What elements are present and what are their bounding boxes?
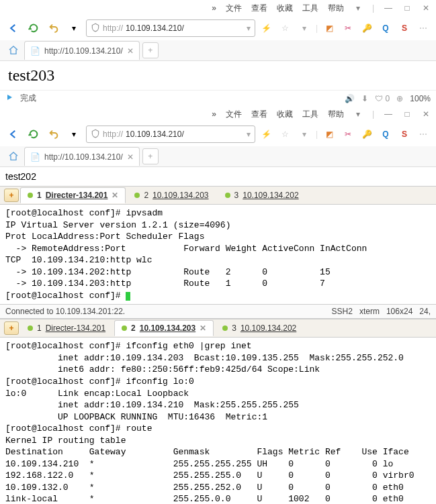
reload-button[interactable] [26, 20, 42, 36]
menu-file[interactable]: 文件 [226, 3, 242, 14]
menu-file[interactable]: 文件 [226, 109, 242, 120]
addr-dropdown-icon[interactable]: ▾ [247, 130, 251, 139]
menu-bar: » 文件 查看 收藏 工具 帮助 ▾ | — □ ✕ [0, 0, 436, 16]
status-connection: Connected to 10.109.134.201:22. [5, 307, 125, 316]
back-button[interactable] [5, 126, 21, 142]
more-icon[interactable]: ⋯ [416, 21, 431, 36]
browser-window-1: » 文件 查看 收藏 工具 帮助 ▾ | — □ ✕ ▾ http://10.1… [0, 0, 436, 61]
menu-fav[interactable]: 收藏 [277, 3, 293, 14]
url-input[interactable] [187, 130, 244, 140]
terminal-tab-1[interactable]: 1Directer-134.201 [20, 320, 113, 336]
url-input[interactable] [187, 23, 244, 34]
tab-close-icon[interactable]: ✕ [127, 46, 134, 56]
maximize-icon[interactable]: □ [402, 3, 412, 13]
nav-dropdown-icon[interactable]: ▾ [66, 126, 82, 142]
menu-chevrons[interactable]: » [212, 109, 216, 119]
shield-status-icon[interactable]: 🛡 0 [375, 94, 390, 103]
minimize-icon[interactable]: — [384, 109, 393, 119]
tab-num: 2 [144, 191, 148, 200]
nav-dropdown-icon[interactable]: ▾ [66, 20, 82, 36]
s-icon[interactable]: S [397, 127, 412, 142]
tool-dropdown-icon[interactable]: ▾ [297, 21, 312, 36]
menu-tools[interactable]: 工具 [302, 3, 318, 14]
status-bar: 完成 🔊 ⬇ 🛡 0 ⊕ 100% [0, 90, 436, 106]
q-icon[interactable]: Q [378, 21, 393, 36]
menu-help[interactable]: 帮助 [328, 3, 344, 14]
address-bar[interactable]: http://10.109.134.210/ ▾ [86, 125, 255, 143]
close-icon[interactable]: ✕ [421, 109, 431, 119]
terminal-output-1[interactable]: [root@localhost conf]# ipvsadm IP Virtua… [0, 205, 436, 304]
menu-chevrons[interactable]: » [212, 3, 216, 13]
q-icon[interactable]: Q [378, 127, 393, 142]
menu-view[interactable]: 查看 [251, 3, 267, 14]
dropdown-icon[interactable]: ▾ [353, 3, 363, 13]
tab-num: 2 [131, 323, 136, 333]
tab-bar: 📄 http://10.109.134.210/ ✕ + [0, 146, 436, 166]
status-dot-icon [28, 193, 33, 198]
terminal-tab-2[interactable]: 210.109.134.203 [127, 187, 216, 203]
status-dot-icon [122, 325, 127, 331]
menu-tools[interactable]: 工具 [302, 109, 318, 120]
menu-help[interactable]: 帮助 [328, 109, 344, 120]
addr-dropdown-icon[interactable]: ▾ [247, 23, 251, 33]
new-tab-button[interactable]: + [142, 42, 159, 58]
maximize-icon[interactable]: □ [402, 109, 412, 119]
new-tab-button[interactable]: + [142, 148, 159, 164]
tab-close-icon[interactable]: ✕ [200, 323, 206, 333]
menu-view[interactable]: 查看 [251, 109, 267, 120]
address-bar[interactable]: http://10.109.134.210/ ▾ [86, 19, 255, 37]
tab-label: 10.109.134.202 [241, 323, 296, 333]
terminal-tab-3[interactable]: 310.109.134.202 [215, 320, 304, 336]
tool-dropdown-icon[interactable]: ▾ [297, 127, 312, 142]
status-pos: 24, [419, 307, 431, 316]
scissors-icon[interactable]: ✂ [341, 21, 355, 36]
page-tab[interactable]: 📄 http://10.109.134.210/ ✕ [24, 41, 140, 60]
tab-title: http://10.109.134.210/ [44, 152, 123, 162]
back-button[interactable] [5, 20, 21, 36]
tab-label: 10.109.134.203 [140, 323, 195, 333]
terminal-new-tab[interactable]: + [4, 321, 19, 335]
url-scheme: http:// [103, 130, 123, 139]
extension-icon[interactable]: ◩ [322, 127, 337, 142]
key-icon[interactable]: 🔑 [359, 21, 374, 36]
menu-bar: » 文件 查看 收藏 工具 帮助 ▾ | — □ ✕ [0, 106, 436, 122]
scissors-icon[interactable]: ✂ [341, 127, 355, 142]
terminal-output-2[interactable]: [root@localhost conf]# ifconfig eth0 |gr… [0, 338, 436, 504]
zoom-icon[interactable]: ⊕ [396, 94, 403, 103]
fastforward-icon[interactable]: ⚡ [259, 21, 274, 36]
close-icon[interactable]: ✕ [421, 3, 431, 13]
star-icon[interactable]: ☆ [278, 21, 293, 36]
volume-icon[interactable]: 🔊 [345, 94, 355, 103]
undo-button[interactable] [46, 126, 62, 142]
tab-close-icon[interactable]: ✕ [127, 152, 134, 162]
terminal-tabs-2: + 1Directer-134.201 210.109.134.203✕ 310… [0, 319, 436, 338]
page-tab[interactable]: 📄 http://10.109.134.210/ ✕ [24, 147, 140, 166]
more-icon[interactable]: ⋯ [416, 127, 431, 142]
s-icon[interactable]: S [397, 21, 412, 36]
tab-close-icon[interactable]: ✕ [112, 191, 118, 200]
terminal-tab-1[interactable]: 1Directer-134.201✕ [20, 187, 126, 203]
extension-icon[interactable]: ◩ [322, 21, 337, 36]
menu-fav[interactable]: 收藏 [277, 109, 293, 120]
status-term: xterm [359, 307, 380, 316]
tab-label: Directer-134.201 [46, 191, 108, 200]
dropdown-icon[interactable]: ▾ [353, 109, 363, 119]
terminal-new-tab[interactable]: + [4, 189, 19, 202]
star-icon[interactable]: ☆ [278, 127, 293, 142]
key-icon[interactable]: 🔑 [359, 127, 374, 142]
terminal-tab-3[interactable]: 310.109.134.202 [218, 187, 306, 203]
page-body: test202 [0, 167, 436, 186]
home-button[interactable] [5, 148, 21, 164]
play-icon[interactable] [5, 93, 13, 103]
undo-button[interactable] [46, 20, 62, 36]
url-scheme: http:// [103, 23, 123, 33]
download-icon[interactable]: ⬇ [361, 94, 368, 103]
minimize-icon[interactable]: — [384, 3, 393, 13]
shield-icon [91, 129, 100, 140]
reload-button[interactable] [26, 126, 42, 142]
status-dot-icon [28, 325, 33, 331]
fastforward-icon[interactable]: ⚡ [259, 127, 274, 142]
home-button[interactable] [5, 42, 21, 58]
terminal-tab-2[interactable]: 210.109.134.203✕ [114, 320, 214, 336]
tab-label: 10.109.134.203 [152, 191, 208, 200]
